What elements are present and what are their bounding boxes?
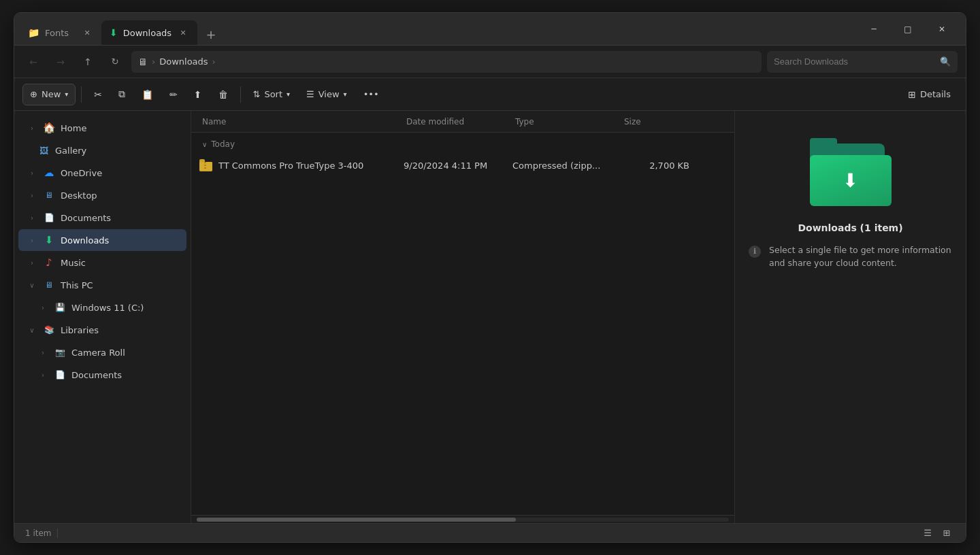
main-content: › 🏠 Home 🖼 Gallery › ☁ OneDrive › 🖥 Desk… [14,111,966,523]
today-group-label: Today [211,139,235,149]
cut-button[interactable]: ✂ [87,84,109,105]
details-info-text: Select a single file to get more informa… [769,244,952,270]
thispc-icon: 🖥 [43,279,55,291]
fonts-tab-close[interactable]: ✕ [81,27,93,39]
onedrive-chevron-icon: › [27,167,37,178]
scrollbar-thumb[interactable] [197,518,516,522]
libraries-icon: 📚 [43,324,55,336]
rename-button[interactable]: ✏ [163,84,184,105]
folder-download-arrow: ⬇ [843,169,858,192]
maximize-button[interactable]: □ [892,18,924,40]
file-explorer-window: 📁 Fonts ✕ ⬇ Downloads ✕ + ─ □ ✕ ← → ↑ ↻ … [14,12,966,543]
lib-documents-icon: 📄 [54,369,66,381]
file-list-header: Name Date modified Type Size [191,111,734,133]
breadcrumb[interactable]: 🖥 › Downloads › [131,51,762,73]
sort-chevron-icon: ▾ [287,90,290,98]
col-header-date[interactable]: Date modified [401,117,510,127]
col-header-type[interactable]: Type [510,117,619,127]
delete-icon: 🗑 [218,89,228,100]
search-bar[interactable]: 🔍 [767,51,958,73]
tab-fonts[interactable]: 📁 Fonts ✕ [20,20,101,45]
refresh-button[interactable]: ↻ [104,51,126,73]
sidebar-item-documents[interactable]: › 📄 Documents [18,207,186,229]
horizontal-scrollbar[interactable] [191,515,734,523]
breadcrumb-location: Downloads [159,56,208,67]
svg-rect-5 [204,165,206,166]
file-list-body: ∨ Today [191,133,734,515]
music-chevron-icon: › [27,257,37,268]
file-date-cell: 9/20/2024 4:11 PM [404,161,512,171]
search-input[interactable] [774,56,936,67]
back-button[interactable]: ← [22,51,44,73]
desktop-chevron-icon: › [27,190,37,201]
toolbar-separator-1 [81,86,82,103]
table-row[interactable]: TT Commons Pro TrueType 3-400 9/20/2024 … [194,153,732,178]
sidebar-item-onedrive[interactable]: › ☁ OneDrive [18,162,186,184]
col-header-name[interactable]: Name [197,117,401,127]
col-size-label: Size [624,117,641,127]
details-button[interactable]: ⊞ Details [901,84,958,105]
delete-button[interactable]: 🗑 [212,84,235,105]
statusbar: 1 item ☰ ⊞ [14,523,966,542]
copy-button[interactable]: ⧉ [112,84,132,105]
info-icon: ℹ [749,246,761,258]
thispc-chevron-icon: ∨ [27,280,37,290]
view-label: View [318,89,340,99]
new-tab-button[interactable]: + [200,23,222,45]
file-name: TT Commons Pro TrueType 3-400 [218,161,363,171]
downloads-tab-close[interactable]: ✕ [177,27,189,39]
sidebar-item-lib-documents[interactable]: › 📄 Documents [18,364,186,386]
sort-button[interactable]: ⇅ Sort ▾ [246,84,297,105]
sidebar-item-cameraroll[interactable]: › 📷 Camera Roll [18,341,186,363]
tab-downloads[interactable]: ⬇ Downloads ✕ [101,20,197,45]
paste-button[interactable]: 📋 [135,84,160,105]
rename-icon: ✏ [169,89,178,100]
col-header-size[interactable]: Size [619,117,687,127]
new-button[interactable]: ⊕ New ▾ [22,84,76,105]
file-size-cell: 2,700 KB [621,161,689,171]
thispc-label: This PC [61,280,93,290]
file-size: 2,700 KB [649,161,689,171]
desktop-label: Desktop [61,190,97,201]
breadcrumb-sep-2: › [212,56,216,67]
home-chevron-icon: › [27,122,37,133]
sidebar-item-gallery[interactable]: 🖼 Gallery [18,139,186,161]
libraries-chevron-icon: ∨ [27,324,37,335]
details-panel-icon: ⊞ [908,89,916,100]
today-group-chevron[interactable]: ∨ [202,141,207,148]
home-label: Home [61,123,86,133]
sidebar-item-downloads[interactable]: › ⬇ Downloads [18,229,186,251]
item-count: 1 item [25,528,52,538]
windows-chevron-icon: › [37,302,48,313]
sidebar-item-libraries[interactable]: ∨ 📚 Libraries [18,319,186,341]
details-pane: ⬇ Downloads (1 item) ℹ Select a single f… [734,111,966,523]
file-name-cell: TT Commons Pro TrueType 3-400 [199,159,404,171]
scrollbar-track [197,518,729,522]
col-type-label: Type [515,117,534,127]
view-icons: ☰ ⊞ [919,526,955,541]
downloads-icon: ⬇ [43,234,55,246]
music-label: Music [61,258,86,268]
downloads-chevron-icon: › [27,235,37,246]
sidebar-item-windows[interactable]: › 💾 Windows 11 (C:) [18,297,186,318]
sidebar-item-home[interactable]: › 🏠 Home [18,117,186,139]
view-button[interactable]: ☰ View ▾ [299,84,354,105]
minimize-button[interactable]: ─ [858,18,889,40]
forward-button[interactable]: → [50,51,71,73]
sidebar-item-music[interactable]: › ♪ Music [18,252,186,273]
copy-icon: ⧉ [118,88,125,100]
details-label: Details [920,89,951,99]
share-button[interactable]: ⬆ [187,84,209,105]
grid-view-button[interactable]: ⊞ [938,526,955,541]
list-view-button[interactable]: ☰ [919,526,936,541]
up-button[interactable]: ↑ [77,51,99,73]
computer-icon: 🖥 [138,56,148,67]
sidebar-item-thispc[interactable]: ∨ 🖥 This PC [18,274,186,296]
more-button[interactable]: ••• [357,84,386,105]
group-today: ∨ Today [191,135,734,153]
downloads-sidebar-label: Downloads [61,235,109,246]
sidebar-item-desktop[interactable]: › 🖥 Desktop [18,184,186,206]
statusbar-sep [57,528,58,538]
col-name-label: Name [202,117,226,127]
close-button[interactable]: ✕ [926,18,958,40]
